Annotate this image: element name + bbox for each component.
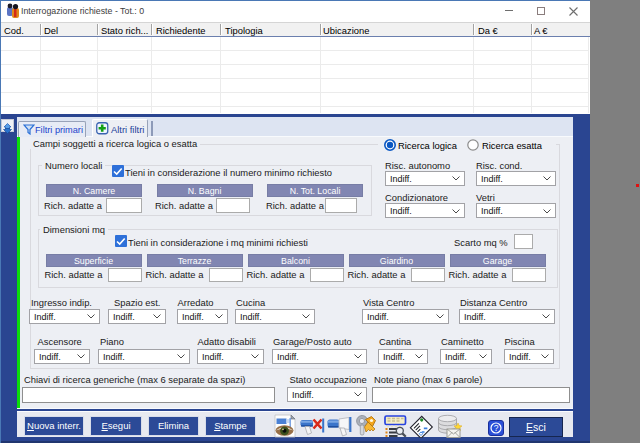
svg-text:?: ? (493, 423, 498, 433)
